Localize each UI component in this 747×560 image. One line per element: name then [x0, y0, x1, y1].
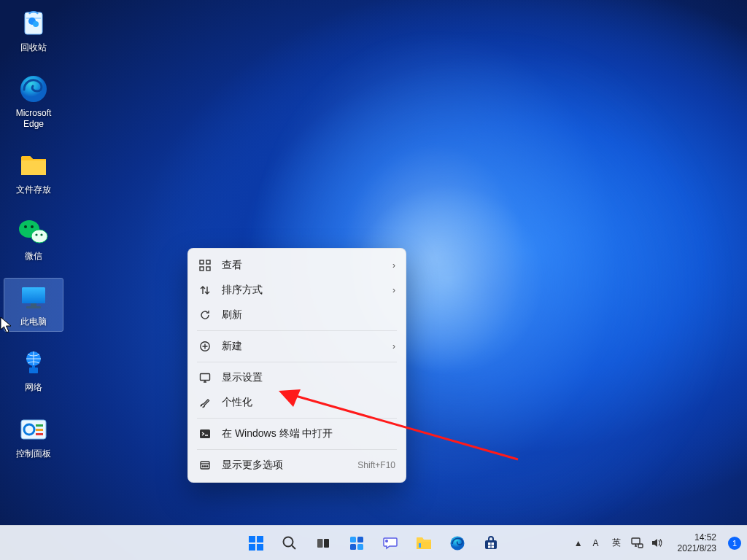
- search-icon: [282, 535, 298, 551]
- context-menu-sort[interactable]: 排序方式 ›: [188, 278, 406, 303]
- svg-rect-43: [357, 544, 363, 550]
- tray-overflow-icon[interactable]: ▲: [574, 538, 583, 548]
- taskview-button[interactable]: [308, 528, 338, 559]
- svg-rect-39: [324, 539, 329, 548]
- context-menu-label: 刷新: [222, 308, 395, 322]
- network-tray-icon[interactable]: [631, 537, 643, 548]
- chevron-right-icon: ›: [392, 285, 395, 295]
- desktop-icon-this-pc[interactable]: 此电脑: [4, 279, 63, 331]
- edge-icon: [449, 535, 465, 551]
- taskbar-clock[interactable]: 14:52 2021/8/23: [673, 532, 721, 553]
- svg-point-6: [35, 233, 37, 236]
- edge-taskbar-button[interactable]: [442, 528, 473, 559]
- context-menu-label: 新建: [222, 340, 392, 353]
- desktop-icon-label: 网络: [25, 382, 42, 392]
- desktop-icon-label: 微信: [25, 251, 42, 261]
- desktop-icon-recycle-bin[interactable]: 回收站: [4, 4, 63, 57]
- context-menu-open-terminal[interactable]: 在 Windows 终端 中打开: [188, 421, 406, 446]
- context-menu-label: 在 Windows 终端 中打开: [222, 427, 395, 440]
- svg-rect-51: [488, 545, 491, 548]
- svg-rect-26: [200, 429, 210, 438]
- search-button[interactable]: [274, 528, 305, 559]
- wechat-icon: [18, 216, 50, 248]
- context-menu-separator: [197, 330, 397, 331]
- recycle-bin-icon: [18, 7, 50, 39]
- svg-rect-36: [257, 544, 263, 551]
- system-tray[interactable]: ▲ A 英: [568, 529, 669, 558]
- refresh-icon: [198, 308, 212, 322]
- desktop-icon-control-panel[interactable]: 控制面板: [4, 411, 63, 463]
- svg-rect-9: [22, 287, 45, 303]
- context-menu-label: 显示更多选项: [222, 459, 357, 472]
- svg-rect-53: [632, 538, 640, 544]
- explorer-icon: [415, 535, 433, 551]
- clock-date: 2021/8/23: [678, 543, 716, 553]
- svg-rect-34: [257, 536, 263, 542]
- widgets-button[interactable]: [341, 528, 372, 559]
- svg-rect-50: [492, 542, 495, 545]
- desktop-icon-wechat[interactable]: 微信: [4, 213, 63, 265]
- context-menu-display-settings[interactable]: 显示设置: [188, 365, 406, 390]
- svg-rect-18: [36, 429, 43, 431]
- this-pc-icon: [18, 281, 50, 314]
- context-menu-new[interactable]: 新建 ›: [188, 334, 406, 359]
- context-menu-accelerator: Shift+F10: [357, 460, 395, 470]
- svg-point-3: [24, 225, 27, 228]
- context-menu-separator: [197, 449, 397, 450]
- svg-rect-11: [26, 306, 41, 308]
- brush-icon: [198, 396, 212, 409]
- plus-circle-icon: [198, 340, 212, 353]
- chevron-right-icon: ›: [392, 260, 395, 271]
- svg-point-37: [284, 537, 293, 546]
- start-button[interactable]: [241, 528, 271, 559]
- context-menu-separator: [197, 418, 397, 419]
- svg-point-7: [40, 233, 42, 236]
- explorer-button[interactable]: [409, 528, 439, 559]
- grid-icon: [198, 259, 212, 272]
- svg-rect-14: [32, 365, 35, 368]
- svg-rect-41: [357, 537, 363, 542]
- display-icon: [198, 371, 212, 384]
- more-icon: [198, 459, 212, 472]
- volume-tray-icon[interactable]: [651, 537, 663, 548]
- svg-rect-52: [492, 545, 495, 548]
- svg-rect-13: [29, 368, 38, 373]
- desktop-icon-folder[interactable]: 文件存放: [4, 147, 63, 199]
- notification-badge[interactable]: 1: [728, 537, 741, 550]
- chevron-right-icon: ›: [392, 341, 395, 351]
- svg-rect-42: [350, 544, 356, 550]
- clock-time: 14:52: [694, 532, 716, 542]
- svg-rect-10: [31, 303, 36, 306]
- desktop-icon-network[interactable]: 网络: [4, 344, 63, 397]
- taskbar-center: [241, 528, 506, 559]
- ime-indicator-lang[interactable]: 英: [609, 537, 624, 549]
- svg-rect-49: [488, 542, 491, 545]
- desktop-icons: 回收站 Microsoft Edge 文件存放 微信 此电脑: [4, 4, 63, 476]
- svg-rect-33: [249, 536, 255, 542]
- store-button[interactable]: [476, 528, 506, 559]
- desktop-icon-label: 文件存放: [16, 184, 51, 195]
- desktop-context-menu: 查看 › 排序方式 › 刷新 新建 › 显示设置 个性化: [187, 248, 406, 483]
- context-menu-refresh[interactable]: 刷新: [188, 303, 406, 327]
- context-menu-view[interactable]: 查看 ›: [188, 253, 406, 278]
- ime-indicator-a[interactable]: A: [590, 538, 602, 548]
- svg-point-5: [31, 230, 47, 243]
- svg-point-44: [385, 540, 388, 542]
- desktop[interactable]: 回收站 Microsoft Edge 文件存放 微信 此电脑: [0, 0, 747, 560]
- taskbar: ▲ A 英 14:52 2021/8/23 1: [0, 525, 747, 560]
- svg-rect-20: [200, 260, 204, 264]
- edge-icon: [18, 73, 50, 105]
- chat-icon: [382, 535, 398, 551]
- taskview-icon: [315, 535, 331, 551]
- context-menu-personalize[interactable]: 个性化: [188, 390, 406, 415]
- context-menu-show-more[interactable]: 显示更多选项 Shift+F10: [188, 453, 406, 478]
- svg-point-28: [202, 466, 204, 467]
- desktop-icon-edge[interactable]: Microsoft Edge: [4, 70, 63, 133]
- chat-button[interactable]: [375, 528, 406, 559]
- network-icon: [18, 347, 50, 379]
- context-menu-label: 个性化: [222, 396, 395, 409]
- start-icon: [247, 534, 265, 552]
- svg-rect-35: [249, 544, 255, 551]
- svg-rect-19: [36, 433, 43, 435]
- svg-rect-54: [638, 544, 643, 548]
